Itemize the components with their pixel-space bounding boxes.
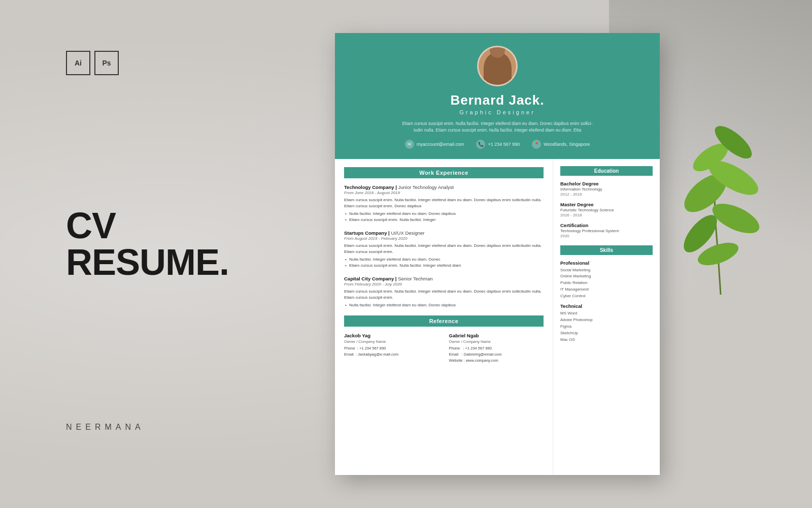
skills-header: Skills	[560, 245, 653, 255]
job-entry-2: Startups Company | UI/UX Designer From A…	[344, 230, 544, 269]
edu-entry-2: Master Degree Futuristic Technology Scie…	[560, 202, 653, 217]
job-title-1: Technology Company | Junior Technology A…	[344, 184, 544, 190]
skill-item: Adobe Photoshop	[560, 317, 653, 324]
resume-document: Bernard Jack. Graphic Designer Etiam cur…	[335, 33, 660, 475]
ref-name-1: Jackob Yag	[344, 333, 439, 338]
education-header: Education	[560, 166, 653, 176]
avatar	[477, 46, 518, 86]
job-bullets-2: Nulla facilisi. Integer eleifend diam eu…	[344, 257, 544, 269]
skill-item: Public Relation	[560, 280, 653, 287]
ref-name-2: Gabriel Ngab	[449, 333, 544, 338]
software-badges: Ai Ps	[66, 51, 229, 75]
contact-location: 📍 Woodlands, Singapore	[532, 140, 590, 149]
email-icon: ✉	[405, 140, 414, 149]
job-desc-3: Etiam cursus suscipit enim. Nulla facili…	[344, 289, 544, 301]
job-entry-3: Capital City Company | Senior Techman Fr…	[344, 276, 544, 308]
edu-field-3: Technology Professional System	[560, 229, 653, 233]
job-desc-1: Etiam cursus suscipit enim. Nulla facili…	[344, 197, 544, 209]
skill-item: SketchUp	[560, 330, 653, 337]
reference-grid: Jackob Yag Owner / Company Name Phone : …	[344, 333, 544, 364]
edu-field-1: Information Technology	[560, 187, 653, 192]
reference-section: Reference Jackob Yag Owner / Company Nam…	[344, 315, 544, 364]
edu-years-3: 2020	[560, 234, 653, 238]
person-name: Bernard Jack.	[451, 92, 545, 108]
job-desc-2: Etiam cursus suscipit enim. Nulla facili…	[344, 243, 544, 255]
left-panel: Ai Ps CV RESUME. NEERMANA	[66, 51, 229, 432]
reference-header: Reference	[344, 315, 544, 327]
skill-item: IT Management	[560, 287, 653, 293]
ref-role-1: Owner / Company Name	[344, 339, 439, 344]
skills-technical-label: Technical	[560, 303, 653, 309]
skills-technical: Technical MS Word Adobe Photoshop Figma …	[560, 303, 653, 343]
resume-header: Bernard Jack. Graphic Designer Etiam cur…	[335, 33, 660, 159]
edu-entry-3: Certification Technology Professional Sy…	[560, 223, 653, 238]
contact-phone: 📞 +1 234 567 890	[476, 140, 520, 149]
skill-item: Online Marketing	[560, 273, 653, 280]
job-bullets-3: Nulla facilisi. Integer eleifend diam eu…	[344, 302, 544, 308]
bullet: Etiam cursus suscipit enim. Nulla facili…	[349, 217, 544, 223]
ai-badge: Ai	[66, 51, 90, 75]
location-icon: 📍	[532, 140, 541, 149]
edu-years-2: 2016 - 2018	[560, 213, 653, 217]
skill-item: Social Marketing	[560, 267, 653, 274]
job-dates-3: From February 2020 - July 2020	[344, 282, 544, 287]
edu-entry-1: Bachelor Degree Information Technology 2…	[560, 181, 653, 197]
edu-field-2: Futuristic Technology Science	[560, 208, 653, 212]
skills-professional-list: Social Marketing Online Marketing Public…	[560, 267, 653, 300]
work-experience-header: Work Experience	[344, 167, 544, 178]
reference-1: Jackob Yag Owner / Company Name Phone : …	[344, 333, 439, 364]
skill-item: Mac OS	[560, 337, 653, 343]
skills-professional-label: Professional	[560, 260, 653, 266]
ref-detail-1: Phone : +1 234 567 890 Email : Jackabyag…	[344, 345, 439, 358]
bullet: Nulla facilisi. Integer eleifend diam eu…	[349, 211, 544, 217]
skill-item: Cyber Control	[560, 293, 653, 300]
edu-years-1: 2012 - 2016	[560, 192, 653, 197]
cv-title: CV RESUME.	[66, 207, 229, 280]
job-title-3: Capital City Company | Senior Techman	[344, 276, 544, 281]
brand-name: NEERMANA	[66, 423, 229, 432]
job-bullets-1: Nulla facilisi. Integer eleifend diam eu…	[344, 211, 544, 223]
contact-row: ✉ myaccount@email.com 📞 +1 234 567 890 📍…	[405, 140, 590, 149]
contact-email: ✉ myaccount@email.com	[405, 140, 464, 149]
skills-technical-list: MS Word Adobe Photoshop Figma SketchUp M…	[560, 310, 653, 343]
job-title-2: Startups Company | UI/UX Designer	[344, 230, 544, 236]
bullet: Etiam cursus suscipit enim. Nulla facili…	[349, 263, 544, 269]
edu-degree-2: Master Degree	[560, 202, 653, 207]
skills-professional: Professional Social Marketing Online Mar…	[560, 260, 653, 300]
ref-role-2: Owner / Company Name	[449, 339, 544, 344]
resume-body: Work Experience Technology Company | Jun…	[335, 159, 660, 475]
phone-icon: 📞	[476, 140, 485, 149]
bullet: Nulla facilisi. Integer eleifend diam eu…	[349, 302, 544, 308]
resume-sidebar-column: Education Bachelor Degree Information Te…	[553, 159, 660, 475]
skill-item: Figma	[560, 324, 653, 330]
edu-degree-1: Bachelor Degree	[560, 181, 653, 186]
job-dates-2: From August 2019 - February 2020	[344, 236, 544, 241]
ref-detail-2: Phone : +1 234 567 890 Email : GabrieIng…	[449, 345, 544, 364]
resume-main-column: Work Experience Technology Company | Jun…	[335, 159, 553, 475]
avatar-silhouette	[484, 52, 512, 85]
job-dates-1: From June 2018 - August 2019	[344, 190, 544, 195]
job-entry-1: Technology Company | Junior Technology A…	[344, 184, 544, 223]
header-bio: Etiam cursus suscipit enim. Nulla facili…	[401, 120, 594, 134]
person-title: Graphic Designer	[459, 109, 535, 115]
edu-degree-3: Certification	[560, 223, 653, 228]
skill-item: MS Word	[560, 310, 653, 317]
reference-2: Gabriel Ngab Owner / Company Name Phone …	[449, 333, 544, 364]
ps-badge: Ps	[94, 51, 119, 75]
bullet: Nulla facilisi. Integer eleifend diam eu…	[349, 257, 544, 263]
